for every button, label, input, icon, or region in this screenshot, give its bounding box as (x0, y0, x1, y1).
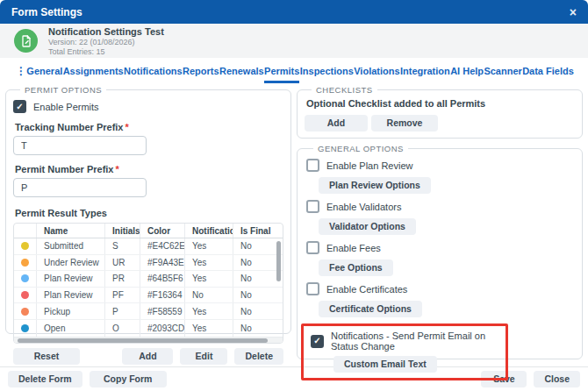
permit-options-legend: PERMIT OPTIONS (20, 85, 106, 95)
checklists-description: Optional Checklist added to all Permits (306, 98, 573, 109)
name-cell: Plan Review (37, 271, 105, 287)
name-cell: Open (37, 320, 105, 337)
copy-form-button[interactable]: Copy Form (90, 371, 167, 387)
initials-cell: P (105, 303, 140, 319)
color-dot-header-cell (14, 224, 37, 238)
settings-tab[interactable]: Assignments (63, 58, 124, 83)
table-row[interactable]: Pickup P #F58559 Yes No (14, 303, 283, 320)
is-final-cell: No (233, 238, 283, 254)
settings-tab[interactable]: Inspections (300, 58, 354, 83)
general-option-button[interactable]: Validator Options (319, 218, 416, 235)
general-option-checkbox[interactable] (306, 241, 319, 254)
initials-cell: S (105, 238, 140, 254)
general-option-button[interactable]: Plan Review Options (319, 177, 431, 194)
general-option-checkbox[interactable] (306, 159, 319, 172)
notification-cell: Yes (185, 320, 233, 337)
checklist-add-button[interactable]: Add (305, 115, 368, 132)
table-header-cell: Color (140, 224, 185, 238)
settings-tab[interactable]: Data Fields (522, 58, 574, 83)
notification-cell: Yes (185, 238, 233, 254)
color-cell: #F58559 (140, 303, 185, 319)
close-icon[interactable]: × (570, 6, 577, 18)
enable-permits-checkbox[interactable] (13, 100, 26, 113)
table-header-cell: Initials (105, 224, 140, 238)
settings-tab[interactable]: Notifications (124, 58, 183, 83)
general-option-label: Enable Certificates (326, 284, 407, 295)
enable-permits-label: Enable Permits (33, 102, 99, 112)
required-asterisk: * (125, 122, 129, 132)
form-settings-dialog: Form Settings × Notification Settings Te… (0, 0, 588, 391)
dialog-titlebar: Form Settings × (0, 0, 588, 24)
required-asterisk: * (115, 164, 118, 174)
status-color-dot (21, 308, 29, 316)
horizontal-scrollbar-thumb[interactable] (18, 338, 268, 343)
is-final-cell: No (233, 288, 283, 303)
color-cell: #2093CD (140, 320, 185, 337)
status-color-dot (21, 324, 29, 332)
settings-tab[interactable]: Scanner (484, 58, 521, 83)
settings-tab[interactable]: Reports (183, 58, 219, 83)
table-row[interactable]: Plan Review PR #64B5F6 Yes No (14, 271, 283, 288)
status-color-dot (21, 274, 29, 282)
horizontal-scrollbar[interactable] (14, 337, 283, 343)
delete-result-type-button[interactable]: Delete (234, 348, 283, 365)
name-cell: Submitted (37, 238, 105, 254)
settings-tab[interactable]: Violations (354, 58, 399, 83)
table-body: Submitted S #E4C62E Yes No Under Review (14, 238, 283, 337)
result-types-label: Permit Result Types (15, 208, 282, 218)
general-option-button[interactable]: Certificate Options (319, 301, 422, 317)
settings-tab[interactable]: Integration (400, 58, 450, 83)
settings-tab[interactable]: General (26, 58, 62, 83)
status-color-dot (21, 259, 29, 267)
general-option-label: Enable Plan Review (326, 160, 412, 171)
general-option-label: Notifications - Send Permit Email on Sta… (331, 331, 498, 352)
initials-cell: PR (105, 271, 140, 287)
form-document-icon (14, 29, 38, 53)
checklist-remove-button[interactable]: Remove (371, 115, 438, 132)
vertical-scrollbar[interactable] (276, 241, 281, 281)
table-row[interactable]: Plan Review PF #F16364 No No (14, 288, 283, 304)
status-color-cell (14, 303, 37, 319)
settings-tab[interactable]: AI Help (450, 58, 484, 83)
general-option-row: Notifications - Send Permit Email on Sta… (311, 331, 498, 352)
checklists-legend: CHECKLISTS (312, 85, 377, 95)
form-total-entries: Total Entries: 15 (48, 47, 164, 56)
general-option-checkbox[interactable] (306, 200, 319, 213)
reset-button[interactable]: Reset (13, 348, 80, 365)
initials-cell: UR (105, 255, 140, 271)
permit-prefix-input[interactable] (13, 178, 147, 197)
tracking-prefix-input[interactable] (13, 136, 147, 155)
settings-tab[interactable]: Permits (264, 58, 299, 83)
tab-overflow-menu-icon[interactable]: ⋮ (16, 58, 26, 83)
table-row[interactable]: Open O #2093CD Yes No (14, 320, 283, 337)
color-cell: #F9A43E (140, 255, 185, 271)
is-final-cell: No (233, 303, 283, 319)
status-color-cell (14, 238, 37, 254)
general-option-group: Notifications - Send Permit Email on Sta… (301, 323, 508, 380)
checklists-actions: Add Remove (305, 115, 575, 132)
general-option-checkbox[interactable] (311, 335, 324, 348)
status-color-cell (14, 271, 37, 287)
add-result-type-button[interactable]: Add (122, 348, 173, 365)
status-color-dot (21, 242, 29, 250)
table-row[interactable]: Under Review UR #F9A43E Yes No (14, 255, 283, 272)
general-option-checkbox[interactable] (306, 282, 319, 295)
color-cell: #64B5F6 (140, 271, 185, 287)
settings-tab[interactable]: Renewals (219, 58, 264, 83)
delete-form-button[interactable]: Delete Form (8, 371, 82, 387)
form-version: Version: 22 (01/08/2026) (48, 38, 164, 46)
edit-result-type-button[interactable]: Edit (180, 348, 227, 365)
notification-cell: No (185, 288, 233, 303)
dialog-title: Form Settings (11, 6, 82, 18)
notification-cell: Yes (185, 303, 233, 319)
general-option-group: Enable Validators Validator Options (306, 200, 573, 236)
general-option-button[interactable]: Fee Options (319, 259, 393, 276)
form-meta: Notification Settings Test Version: 22 (… (48, 26, 164, 56)
table-row[interactable]: Submitted S #E4C62E Yes No (14, 238, 283, 255)
general-option-row: Enable Validators (306, 200, 573, 213)
status-color-dot (21, 291, 29, 299)
general-option-button[interactable]: Custom Email Text (333, 356, 437, 373)
permit-options-section: PERMIT OPTIONS Enable Permits Tracking N… (5, 85, 291, 334)
table-header-row: Name Initials Color Notification Is Fina… (14, 224, 283, 238)
form-info-band: Notification Settings Test Version: 22 (… (0, 24, 588, 58)
